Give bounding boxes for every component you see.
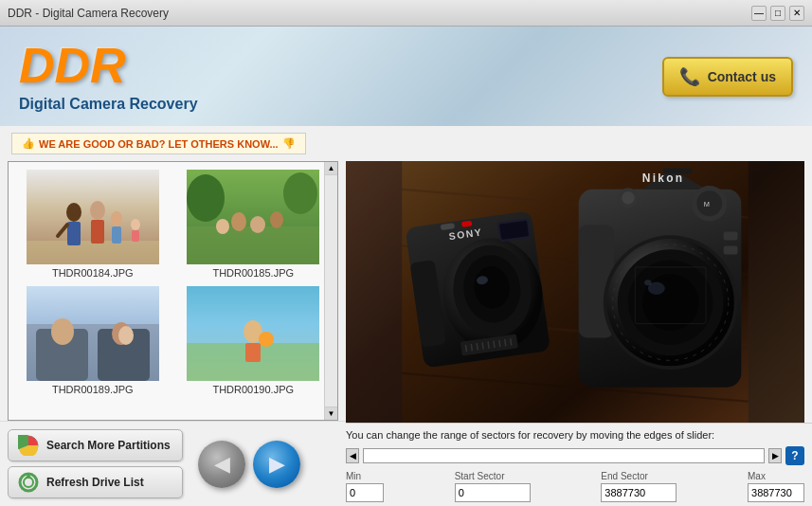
svg-rect-14 bbox=[187, 226, 319, 264]
svg-rect-3 bbox=[67, 222, 81, 245]
svg-rect-81 bbox=[663, 168, 692, 173]
svg-line-55 bbox=[477, 343, 478, 350]
thumbnail-label-0: THDR00184.JPG bbox=[52, 267, 134, 279]
svg-point-70 bbox=[644, 280, 651, 285]
svg-text:Nikon: Nikon bbox=[642, 172, 684, 185]
preview-panel: SONY bbox=[346, 161, 804, 423]
svg-line-58 bbox=[494, 341, 495, 348]
thumbnail-image-2 bbox=[27, 286, 159, 381]
svg-line-54 bbox=[471, 344, 472, 351]
svg-rect-77 bbox=[724, 232, 738, 241]
svg-line-61 bbox=[511, 338, 512, 345]
close-button[interactable]: ✕ bbox=[789, 6, 804, 21]
svg-point-25 bbox=[118, 326, 134, 345]
svg-point-7 bbox=[111, 211, 122, 226]
app-subtitle: Digital Camera Recovery bbox=[19, 96, 198, 113]
app-header: DDR Digital Camera Recovery 📞 Contact us bbox=[0, 27, 812, 126]
end-sector-field: End Sector bbox=[601, 471, 677, 502]
content-area: THDR00184.JPG bbox=[0, 161, 812, 506]
max-input[interactable] bbox=[748, 483, 804, 502]
svg-rect-8 bbox=[112, 226, 121, 244]
svg-line-60 bbox=[505, 339, 506, 346]
maximize-button[interactable]: □ bbox=[770, 6, 785, 21]
svg-point-76 bbox=[622, 191, 634, 204]
thumbnail-image-0 bbox=[27, 170, 159, 264]
minimize-button[interactable]: — bbox=[751, 6, 767, 21]
contact-button[interactable]: 📞 Contact us bbox=[662, 57, 793, 97]
sector-controls: You can change the range of sectors for … bbox=[346, 423, 812, 506]
search-partitions-button[interactable]: Search More Partitions bbox=[8, 429, 183, 461]
camera-preview: SONY bbox=[346, 161, 804, 423]
contact-label: Contact us bbox=[708, 69, 776, 84]
svg-line-56 bbox=[482, 342, 483, 349]
slider-container: ◀ ▶ ? bbox=[346, 446, 804, 465]
thumbnail-label-1: THDR00185.JPG bbox=[212, 267, 294, 279]
rating-text: WE ARE GOOD OR BAD? LET OTHERS KNOW... bbox=[39, 138, 279, 150]
svg-line-53 bbox=[465, 345, 466, 352]
refresh-drive-label: Refresh Drive List bbox=[46, 476, 144, 489]
svg-line-57 bbox=[488, 341, 489, 348]
next-button[interactable]: ▶ bbox=[253, 441, 300, 488]
start-sector-field: Start Sector bbox=[455, 471, 531, 502]
max-field: Max bbox=[748, 471, 804, 502]
vertical-scrollbar[interactable]: ▲ ▼ bbox=[324, 162, 337, 420]
thumbnail-image-1 bbox=[187, 170, 319, 264]
svg-point-17 bbox=[270, 211, 283, 228]
scroll-track[interactable] bbox=[325, 175, 337, 407]
nav-buttons: ◀ ▶ bbox=[198, 441, 300, 488]
thumbnail-item-3[interactable]: THDR00190.JPG bbox=[177, 286, 331, 395]
svg-point-33 bbox=[24, 478, 33, 487]
slider-right-arrow[interactable]: ▶ bbox=[768, 448, 782, 463]
app-logo: DDR bbox=[19, 41, 198, 90]
fields-row: Min Start Sector End Sector bbox=[346, 471, 804, 502]
thumbs-up-icon: 👍 bbox=[22, 137, 35, 150]
svg-point-2 bbox=[66, 203, 81, 222]
thumbnails-inner: THDR00184.JPG bbox=[9, 162, 337, 403]
min-input[interactable] bbox=[346, 483, 384, 502]
rating-strip: 👍 WE ARE GOOD OR BAD? LET OTHERS KNOW...… bbox=[0, 126, 812, 161]
svg-rect-29 bbox=[245, 343, 261, 362]
scroll-up-arrow[interactable]: ▲ bbox=[325, 162, 337, 175]
main-area: 👍 WE ARE GOOD OR BAD? LET OTHERS KNOW...… bbox=[0, 126, 812, 506]
svg-point-16 bbox=[250, 216, 265, 233]
rating-banner[interactable]: 👍 WE ARE GOOD OR BAD? LET OTHERS KNOW...… bbox=[11, 133, 306, 154]
start-sector-input[interactable] bbox=[455, 483, 531, 502]
thumbnail-item-2[interactable]: THDR00189.JPG bbox=[16, 286, 170, 395]
svg-rect-78 bbox=[724, 246, 738, 255]
svg-point-5 bbox=[90, 201, 105, 220]
left-panel: THDR00184.JPG bbox=[0, 161, 346, 506]
thumbnail-item-1[interactable]: THDR00185.JPG bbox=[177, 170, 331, 279]
thumbs-down-icon: 👎 bbox=[282, 137, 296, 150]
svg-rect-1 bbox=[27, 241, 159, 264]
logo-area: DDR Digital Camera Recovery bbox=[19, 41, 198, 113]
search-partitions-label: Search More Partitions bbox=[46, 439, 171, 452]
svg-point-23 bbox=[51, 318, 74, 345]
slider-left-arrow[interactable]: ◀ bbox=[346, 448, 359, 463]
thumbnail-image-3 bbox=[187, 286, 319, 381]
refresh-icon bbox=[18, 472, 39, 493]
prev-button[interactable]: ◀ bbox=[198, 441, 245, 488]
thumbnail-label-3: THDR00190.JPG bbox=[212, 384, 294, 395]
svg-point-30 bbox=[259, 332, 274, 347]
svg-point-18 bbox=[216, 219, 229, 234]
thumbnail-item-0[interactable]: THDR00184.JPG bbox=[16, 170, 170, 279]
slider-track[interactable] bbox=[363, 448, 765, 463]
contact-icon: 📞 bbox=[679, 66, 700, 87]
thumbnail-label-2: THDR00189.JPG bbox=[52, 384, 134, 395]
help-button[interactable]: ? bbox=[785, 446, 804, 465]
end-sector-input[interactable] bbox=[601, 483, 677, 502]
refresh-drive-button[interactable]: Refresh Drive List bbox=[8, 466, 183, 498]
scroll-down-arrow[interactable]: ▼ bbox=[325, 407, 337, 420]
camera-svg: SONY bbox=[346, 161, 804, 423]
min-field: Min bbox=[346, 471, 384, 502]
svg-line-59 bbox=[499, 340, 500, 347]
svg-point-13 bbox=[283, 172, 317, 214]
svg-rect-6 bbox=[91, 220, 104, 244]
svg-point-12 bbox=[187, 174, 225, 222]
end-sector-label: End Sector bbox=[601, 471, 677, 481]
start-sector-label: Start Sector bbox=[455, 471, 531, 481]
max-label: Max bbox=[748, 471, 804, 481]
svg-text:M: M bbox=[704, 200, 710, 208]
window-controls[interactable]: — □ ✕ bbox=[751, 6, 804, 21]
min-label: Min bbox=[346, 471, 384, 481]
